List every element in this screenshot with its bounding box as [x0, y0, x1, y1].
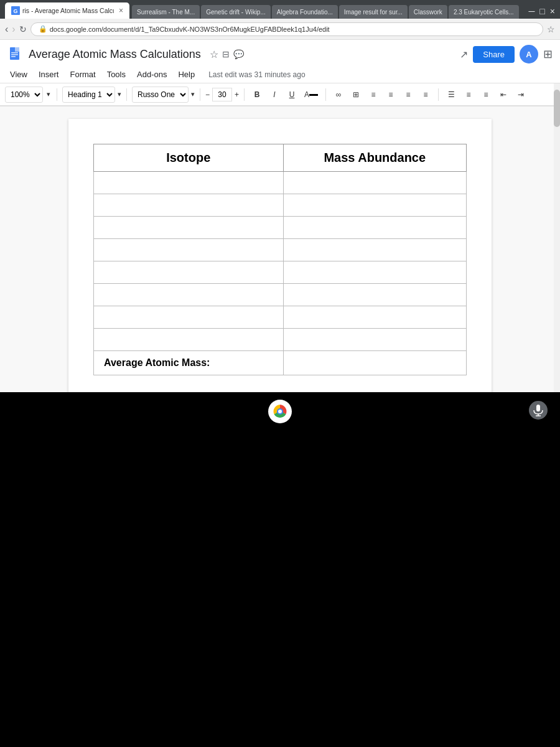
menu-view[interactable]: View	[5, 68, 32, 80]
table-cell[interactable]	[283, 261, 467, 284]
line-spacing-button[interactable]: ☰	[444, 87, 459, 102]
tab-eukaryotic-label: 2.3 Eukaryotic Cells...	[454, 9, 514, 16]
italic-button[interactable]: I	[267, 87, 282, 102]
maximize-icon[interactable]: □	[539, 6, 544, 16]
table-cell[interactable]	[94, 284, 284, 306]
tab-genetic-label: Genetic drift - Wikip...	[206, 9, 266, 16]
tab-surrealism[interactable]: Surrealism - The M...	[132, 5, 200, 19]
average-atomic-mass-label[interactable]: Average Atomic Mass:	[94, 351, 284, 375]
apps-icon[interactable]: ⊞	[543, 47, 553, 61]
header-isotope: Isotope	[94, 144, 284, 172]
toolbar: 100% ▾ Heading 1 ▾ Russo One ▾ − + B I U…	[0, 83, 560, 106]
font-color-button[interactable]: A	[302, 87, 320, 102]
tab-close-icon[interactable]: ×	[119, 6, 123, 15]
bold-button[interactable]: B	[250, 87, 264, 102]
reload-icon[interactable]: ↻	[19, 24, 27, 34]
doc-body: Isotope Mass Abundance	[0, 106, 560, 418]
table-cell[interactable]	[283, 306, 467, 329]
table-cell[interactable]	[283, 172, 467, 194]
mic-icon[interactable]	[529, 401, 548, 422]
table-cell[interactable]	[94, 194, 284, 217]
star-icon[interactable]: ☆	[210, 49, 218, 60]
menu-insert[interactable]: Insert	[34, 68, 64, 80]
docs-favicon-icon: G	[11, 6, 20, 15]
align-right-button[interactable]: ≡	[401, 87, 416, 102]
minimize-icon[interactable]: ─	[528, 6, 534, 16]
isotope-table: Isotope Mass Abundance	[93, 144, 467, 375]
font-size-input[interactable]	[212, 88, 232, 101]
image-button[interactable]: ⊞	[348, 87, 363, 102]
zoom-arrow-icon: ▾	[47, 90, 50, 98]
forward-icon[interactable]: ›	[12, 24, 15, 35]
font-select[interactable]: Russo One	[132, 87, 189, 103]
comments-icon[interactable]: 💬	[233, 49, 244, 59]
active-tab[interactable]: G ris - Average Atomic Mass Calculations…	[5, 2, 129, 19]
font-size-increase-icon[interactable]: +	[235, 90, 239, 99]
other-tabs: Surrealism - The M... Genetic drift - Wi…	[132, 5, 519, 19]
url-bar[interactable]: 🔒 docs.google.com/document/d/1_Ta9Cbxudv…	[30, 22, 543, 36]
svg-rect-4	[11, 52, 18, 54]
tab-strip: G ris - Average Atomic Mass Calculations…	[0, 0, 560, 19]
tab-algebra[interactable]: Algebra Foundatio...	[272, 5, 338, 19]
style-select[interactable]: Heading 1	[62, 87, 115, 103]
table-cell[interactable]	[283, 217, 467, 239]
table-cell[interactable]	[94, 306, 284, 329]
underline-button[interactable]: U	[284, 87, 299, 102]
menu-format[interactable]: Format	[65, 68, 100, 80]
table-cell[interactable]	[94, 261, 284, 284]
table-cell[interactable]	[94, 239, 284, 261]
font-size-decrease-icon[interactable]: −	[205, 90, 210, 99]
decrease-indent-button[interactable]: ⇤	[496, 87, 511, 102]
cloud-save-icon: ⊟	[222, 49, 230, 59]
tab-genetic-drift[interactable]: Genetic drift - Wikip...	[201, 5, 271, 19]
table-cell[interactable]	[283, 239, 467, 261]
table-cell[interactable]	[283, 194, 467, 217]
active-tab-label: ris - Average Atomic Mass Calculations	[22, 7, 114, 14]
tab-surrealism-label: Surrealism - The M...	[137, 9, 195, 16]
tab-classwork[interactable]: Classwork	[409, 5, 447, 19]
chrome-taskbar-icon[interactable]	[268, 400, 292, 426]
table-row	[94, 239, 467, 261]
zoom-select[interactable]: 100%	[5, 87, 43, 103]
menu-tools[interactable]: Tools	[102, 68, 131, 80]
link-button[interactable]: ∞	[331, 87, 346, 102]
url-bar-row: ‹ › ↻ 🔒 docs.google.com/document/d/1_Ta9…	[0, 19, 560, 40]
table-row	[94, 194, 467, 217]
table-row	[94, 261, 467, 284]
expand-icon[interactable]: ↗	[460, 49, 468, 60]
align-center-button[interactable]: ≡	[383, 87, 398, 102]
table-cell[interactable]	[283, 329, 467, 351]
table-cell[interactable]	[94, 172, 284, 194]
last-edit-text: Last edit was 31 minutes ago	[208, 70, 305, 79]
menu-addons[interactable]: Add-ons	[132, 68, 172, 80]
align-justify-button[interactable]: ≡	[418, 87, 433, 102]
menu-bar: View Insert Format Tools Add-ons Help La…	[0, 66, 560, 83]
toolbar-sep-6	[438, 88, 439, 101]
table-cell[interactable]	[94, 217, 284, 239]
back-icon[interactable]: ‹	[5, 24, 8, 35]
tab-image-label: Image result for sur...	[344, 9, 403, 16]
scrollbar-track[interactable]	[554, 83, 560, 395]
tab-eukaryotic[interactable]: 2.3 Eukaryotic Cells...	[449, 5, 519, 19]
table-row	[94, 306, 467, 329]
avatar[interactable]: A	[520, 45, 538, 63]
numbered-list-button[interactable]: ≡	[478, 87, 493, 102]
average-atomic-mass-value[interactable]	[283, 351, 467, 375]
title-row: Average Atomic Mass Calculations ☆ ⊟ 💬 ↗…	[0, 42, 560, 66]
toolbar-sep-1	[57, 88, 57, 101]
menu-help[interactable]: Help	[173, 68, 200, 80]
table-cell[interactable]	[94, 329, 284, 351]
share-button[interactable]: Share	[473, 46, 515, 63]
close-window-icon[interactable]: ×	[550, 6, 555, 16]
table-row	[94, 172, 467, 194]
tab-image[interactable]: Image result for sur...	[339, 5, 408, 19]
toolbar-sep-4	[244, 88, 245, 101]
docs-app-icon	[7, 45, 25, 63]
scrollbar-thumb[interactable]	[554, 90, 560, 127]
increase-indent-button[interactable]: ⇥	[513, 87, 528, 102]
bookmark-icon[interactable]: ☆	[547, 24, 555, 34]
bullet-list-button[interactable]: ≡	[461, 87, 476, 102]
align-left-button[interactable]: ≡	[366, 87, 381, 102]
docs-header: Average Atomic Mass Calculations ☆ ⊟ 💬 ↗…	[0, 40, 560, 106]
table-cell[interactable]	[283, 284, 467, 306]
